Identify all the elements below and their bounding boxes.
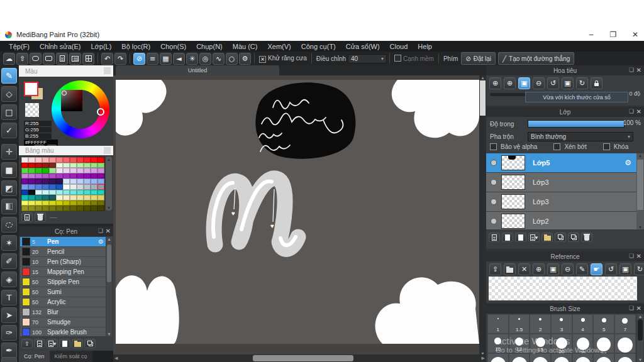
curve-snap-button[interactable]: ∿ [213, 53, 225, 65]
brush-size-cell[interactable]: 15 [530, 334, 551, 353]
brush-size-cell[interactable]: 25 [572, 334, 594, 353]
layer-row[interactable]: Lớp3 [486, 192, 636, 212]
gradient-tool[interactable] [1, 199, 17, 214]
brush-row[interactable]: 100Sparkle Brush [20, 327, 106, 336]
palette-swatch[interactable] [84, 184, 91, 190]
add-palette-color-button[interactable] [21, 212, 33, 222]
lock-button[interactable] [591, 77, 602, 89]
hand-tool[interactable]: ☛ [1, 357, 17, 362]
palette-swatch[interactable] [49, 173, 56, 179]
palette-swatch[interactable] [42, 157, 49, 163]
scroll-thumb[interactable] [480, 80, 486, 116]
duplicate-layer-button[interactable] [555, 233, 566, 242]
scroll-down-icon[interactable]: ▼ [637, 358, 643, 362]
scroll-left-icon[interactable]: ◀ [114, 356, 118, 361]
scroll-up-icon[interactable]: ▲ [479, 75, 486, 80]
brush-size-cell[interactable]: 20 [551, 334, 572, 353]
rotate-left-button[interactable]: ↺ [547, 77, 559, 89]
palette-swatch[interactable] [70, 184, 77, 190]
operation-tool[interactable]: ➤ [1, 307, 17, 323]
brush-size-cell[interactable]: 1 [487, 314, 509, 334]
palette-swatch[interactable] [42, 195, 49, 200]
brush-tool[interactable]: ✎ [1, 68, 17, 84]
palette-swatch[interactable] [91, 195, 97, 200]
palette-swatch[interactable] [77, 157, 84, 163]
close-button[interactable]: ✕ [626, 28, 644, 41]
palette-swatch[interactable] [77, 206, 84, 211]
reset-button[interactable]: ⊘ Đặt lại [461, 52, 496, 65]
bucket-tool[interactable]: ◩ [1, 180, 17, 196]
palette-swatch[interactable] [97, 200, 104, 206]
ref-cloud-button[interactable]: ⇪ [489, 263, 501, 275]
zoom-out-button[interactable]: ⊖ [533, 77, 545, 89]
rotate-right-button[interactable]: ↻ [576, 77, 588, 89]
popout-icon[interactable]: ❏ [98, 228, 103, 234]
brush-size-cell[interactable] [509, 353, 530, 362]
scroll-thumb[interactable] [637, 160, 643, 210]
palette-swatch[interactable] [42, 206, 49, 211]
palette-swatch[interactable] [28, 200, 35, 206]
comment-bubble-button[interactable] [43, 53, 55, 65]
ref-rotate-right-button[interactable]: ↻ [634, 263, 644, 275]
duplicate-brush-button[interactable] [84, 339, 96, 348]
menu-item-9[interactable]: Cửa sổ(W) [341, 43, 385, 50]
palette-swatch[interactable] [21, 206, 28, 211]
reference-preview[interactable] [489, 277, 637, 300]
visibility-dot[interactable] [491, 199, 496, 204]
menu-item-8[interactable]: Công cụ(T) [296, 43, 341, 50]
palette-swatch[interactable] [56, 173, 63, 179]
palette-swatch[interactable] [35, 200, 42, 206]
magic-wand-tool[interactable]: ✶ [1, 235, 17, 251]
document-tab[interactable]: Untitled [116, 65, 279, 75]
ref-zoom-in-button[interactable]: ⊕ [533, 263, 545, 275]
palette-swatch[interactable] [21, 173, 28, 179]
scroll-thumb[interactable] [638, 319, 643, 341]
add-brush-menu-button[interactable]: ▾ [47, 339, 58, 348]
eyedropper-tool[interactable]: ✒ [1, 343, 17, 358]
add-layer-menu-button[interactable]: ▾ [528, 233, 540, 242]
palette-swatch[interactable] [97, 157, 104, 163]
palette-swatch[interactable] [97, 163, 104, 168]
palette-swatch[interactable] [77, 184, 84, 190]
palette-swatch[interactable] [42, 184, 49, 190]
palette-swatch[interactable] [91, 178, 97, 184]
palette-swatch[interactable] [21, 195, 28, 200]
palette-swatch[interactable] [35, 206, 42, 211]
palette-swatch[interactable] [84, 173, 91, 179]
palette-swatch[interactable] [21, 184, 28, 190]
brush-row[interactable]: 70Smudge [20, 317, 106, 327]
color-wheel[interactable] [52, 80, 109, 138]
palette-swatch[interactable] [28, 184, 35, 190]
brush-size-cell[interactable]: 5 [593, 314, 614, 334]
close-icon[interactable]: ✕ [636, 67, 641, 74]
palette-swatch[interactable] [56, 195, 63, 200]
text-tool[interactable]: T [1, 290, 17, 305]
scroll-up-icon[interactable]: ▲ [637, 314, 643, 319]
adjust-dropdown[interactable]: 40 ▾ [348, 54, 387, 63]
div-tool[interactable]: ✑ [1, 325, 17, 341]
palette-swatch[interactable] [28, 195, 35, 200]
palette-swatch[interactable] [35, 190, 42, 195]
palette-swatch[interactable] [91, 168, 97, 173]
hue-cursor[interactable] [97, 108, 104, 116]
palette-swatch[interactable] [28, 168, 35, 173]
palette-swatch[interactable] [70, 168, 77, 173]
ellipse-snap-button[interactable]: ○ [226, 53, 238, 65]
palette-swatch[interactable] [77, 163, 84, 168]
palette-swatch[interactable] [84, 206, 91, 211]
palette-swatch[interactable] [42, 168, 49, 173]
palette-scrollbar[interactable]: ▲ ▼ [106, 156, 112, 211]
palette-swatch[interactable] [49, 190, 56, 195]
palette-swatch[interactable] [21, 163, 28, 168]
palette-swatch[interactable] [70, 157, 77, 163]
palette-swatch[interactable] [91, 206, 97, 211]
layer-checkbox-1[interactable]: Xén bớt [553, 143, 586, 150]
palette-swatch[interactable] [49, 200, 56, 206]
scroll-up-icon[interactable]: ▲ [106, 157, 112, 162]
palette-swatch[interactable] [63, 206, 70, 211]
palette-swatch[interactable] [35, 173, 42, 179]
panel-options-button[interactable] [104, 147, 111, 154]
visibility-dot[interactable] [491, 160, 496, 165]
ref-close-button[interactable]: ✕ [518, 263, 530, 275]
material-grid-button[interactable] [82, 53, 94, 65]
